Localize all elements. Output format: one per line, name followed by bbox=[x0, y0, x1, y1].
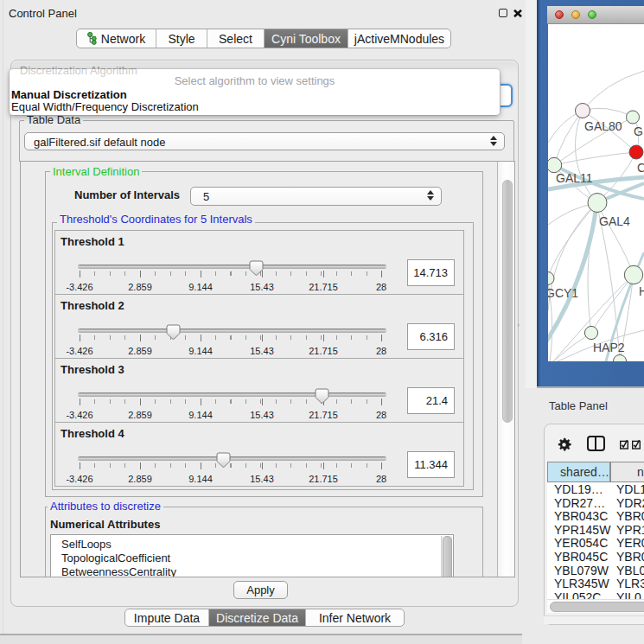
svg-text:HAP2: HAP2 bbox=[593, 341, 625, 354]
svg-text:GCY1: GCY1 bbox=[548, 286, 578, 300]
svg-text:H: H bbox=[639, 284, 644, 298]
svg-text:GAL80: GAL80 bbox=[584, 119, 622, 133]
svg-text:G…: G… bbox=[634, 124, 644, 138]
svg-text:C: C bbox=[637, 161, 644, 175]
svg-text:GAL11: GAL11 bbox=[556, 171, 593, 185]
svg-text:GAL4: GAL4 bbox=[599, 214, 630, 228]
